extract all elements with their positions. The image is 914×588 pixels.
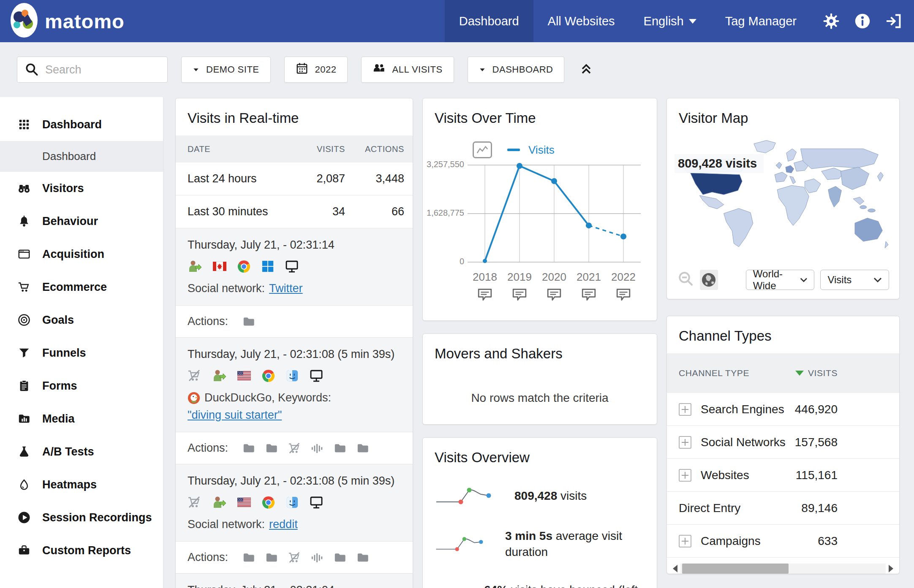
sidebar-item-ab-tests[interactable]: A/B Tests bbox=[0, 435, 163, 468]
table-row[interactable]: Campaigns 633 bbox=[667, 525, 899, 558]
chrome-browser-icon bbox=[262, 496, 275, 509]
site-selector-button[interactable]: DEMO SITE bbox=[181, 57, 271, 83]
overview-metric-row: 3 min 5s average visit duration bbox=[423, 517, 657, 571]
sidebar-item-forms[interactable]: Forms bbox=[0, 369, 163, 402]
referrer-link[interactable]: reddit bbox=[269, 518, 298, 531]
widget-title: Visits in Real-time bbox=[176, 98, 413, 135]
expand-row-icon[interactable] bbox=[679, 535, 691, 547]
column-3: Visitor Map 809,428 visits bbox=[666, 98, 900, 574]
chart-image-export-icon[interactable] bbox=[473, 141, 492, 158]
annotation-bubble-icon[interactable] bbox=[468, 288, 502, 301]
referrer-keyword-link[interactable]: "diving suit starter" bbox=[188, 409, 282, 422]
page-folder-icon[interactable] bbox=[356, 442, 369, 455]
globe-icon[interactable] bbox=[700, 270, 718, 290]
flag-canada-icon bbox=[213, 262, 226, 271]
sidebar-item-heatmaps[interactable]: Heatmaps bbox=[0, 468, 163, 501]
nav-language-select[interactable]: English bbox=[629, 0, 711, 42]
nav-tab-dashboard[interactable]: Dashboard bbox=[445, 0, 533, 42]
sidebar-item-funnels[interactable]: Funnels bbox=[0, 336, 163, 369]
expand-row-icon[interactable] bbox=[679, 403, 691, 416]
table-row[interactable]: Social Networks 157,568 bbox=[667, 426, 899, 459]
sidebar-item-dashboard[interactable]: Dashboard bbox=[0, 108, 163, 141]
abandoned-cart-icon[interactable] bbox=[288, 442, 301, 455]
scroll-left-icon[interactable] bbox=[673, 565, 677, 572]
sidebar-item-media[interactable]: Media bbox=[0, 402, 163, 435]
segment-selector-button[interactable]: ALL VISITS bbox=[361, 57, 454, 83]
page-folder-icon[interactable] bbox=[242, 442, 255, 455]
table-row[interactable]: Search Engines 446,920 bbox=[667, 393, 899, 426]
search-box bbox=[17, 57, 168, 83]
map-tooltip: 809,428 visits bbox=[675, 154, 764, 173]
expand-row-icon[interactable] bbox=[679, 436, 691, 449]
search-input[interactable] bbox=[17, 57, 168, 83]
page-folder-icon[interactable] bbox=[334, 442, 346, 455]
sign-in-icon[interactable] bbox=[884, 12, 903, 30]
collapse-toolbar-icon[interactable] bbox=[579, 61, 594, 78]
annotation-bubble-icon[interactable] bbox=[502, 288, 537, 301]
scrollbar-thumb[interactable] bbox=[682, 564, 789, 574]
page-folder-icon[interactable] bbox=[356, 551, 369, 564]
browser-window-icon bbox=[17, 248, 31, 260]
sparkline-visits[interactable] bbox=[435, 486, 500, 506]
table-row[interactable]: Websites 115,161 bbox=[667, 459, 899, 492]
sidebar-item-ecommerce[interactable]: Ecommerce bbox=[0, 271, 163, 303]
desktop-device-icon bbox=[285, 260, 299, 273]
referrer-link[interactable]: Twitter bbox=[269, 282, 303, 295]
page-folder-icon[interactable] bbox=[242, 551, 255, 564]
gear-icon[interactable] bbox=[822, 12, 841, 30]
funnel-icon bbox=[17, 347, 31, 359]
sidebar-item-acquisition[interactable]: Acquisition bbox=[0, 238, 163, 271]
sidebar-item-goals[interactable]: Goals bbox=[0, 303, 163, 336]
annotation-bubble-icon[interactable] bbox=[537, 288, 571, 301]
chart-legend: Visits bbox=[473, 141, 657, 158]
sparkline-duration[interactable] bbox=[435, 534, 491, 554]
metric-value: 64% bbox=[484, 583, 508, 588]
chevron-down-icon bbox=[689, 19, 696, 24]
nav-tab-all-websites[interactable]: All Websites bbox=[533, 0, 629, 42]
abandoned-cart-icon[interactable] bbox=[288, 551, 301, 564]
sidebar-item-visitors[interactable]: Visitors bbox=[0, 172, 163, 205]
map-metric-select[interactable]: Visits bbox=[820, 270, 889, 290]
world-map[interactable]: 809,428 visits bbox=[675, 135, 892, 262]
search-icon bbox=[24, 62, 39, 79]
expand-row-icon[interactable] bbox=[679, 469, 691, 482]
annotation-bubble-icon[interactable] bbox=[571, 288, 606, 301]
scroll-right-icon[interactable] bbox=[889, 565, 893, 572]
abandoned-cart-icon bbox=[188, 496, 201, 509]
widget-movers-shakers: Movers and Shakers No rows match the cri… bbox=[422, 333, 657, 425]
map-region-select[interactable]: World-Wide bbox=[746, 270, 815, 290]
sidebar-item-session-recordings[interactable]: Session Recordings bbox=[0, 501, 163, 534]
media-waveform-icon[interactable] bbox=[311, 551, 324, 564]
legend-series-label[interactable]: Visits bbox=[528, 144, 555, 157]
zoom-out-icon[interactable] bbox=[677, 271, 694, 289]
column-1: Visits in Real-time DATE VISITS ACTIONS … bbox=[175, 98, 413, 588]
visits-line-chart[interactable] bbox=[468, 161, 641, 266]
horizontal-scrollbar bbox=[669, 562, 897, 574]
sort-header-visits[interactable]: VISITS bbox=[795, 368, 838, 378]
page-folder-icon[interactable] bbox=[265, 442, 278, 455]
annotation-bubble-icon[interactable] bbox=[606, 288, 641, 301]
table-row[interactable]: Last 24 hours 2,087 3,448 bbox=[176, 163, 413, 195]
dashboard-selector-button[interactable]: DASHBOARD bbox=[468, 57, 565, 83]
table-row[interactable]: Last 30 minutes 34 66 bbox=[176, 195, 413, 228]
page-folder-icon[interactable] bbox=[334, 551, 346, 564]
sidebar-item-behaviour[interactable]: Behaviour bbox=[0, 205, 163, 238]
media-waveform-icon[interactable] bbox=[311, 442, 324, 455]
matomo-logo[interactable]: matomo bbox=[10, 3, 125, 40]
binoculars-icon bbox=[17, 182, 31, 195]
info-icon[interactable] bbox=[853, 12, 872, 30]
nav-tag-manager[interactable]: Tag Manager bbox=[711, 0, 811, 42]
bell-icon bbox=[17, 215, 31, 228]
metric-label: visits bbox=[560, 489, 587, 502]
table-row[interactable]: Direct Entry 89,146 bbox=[667, 492, 899, 525]
returning-visitor-icon bbox=[188, 260, 202, 273]
page-folder-icon[interactable] bbox=[265, 551, 278, 564]
line-chart-area[interactable]: 3,257,550 1,628,775 0 bbox=[423, 161, 657, 266]
sidebar-item-custom-reports[interactable]: Custom Reports bbox=[0, 534, 163, 567]
page-folder-icon[interactable] bbox=[242, 315, 255, 328]
navbar-menu: Dashboard All Websites English Tag Manag… bbox=[445, 0, 903, 42]
widget-title: Movers and Shakers bbox=[423, 334, 657, 371]
sidebar-subitem-dashboard-active[interactable]: Dashboard bbox=[0, 141, 163, 172]
date-range-button[interactable]: 2022 bbox=[284, 57, 348, 83]
macos-icon bbox=[286, 496, 299, 509]
